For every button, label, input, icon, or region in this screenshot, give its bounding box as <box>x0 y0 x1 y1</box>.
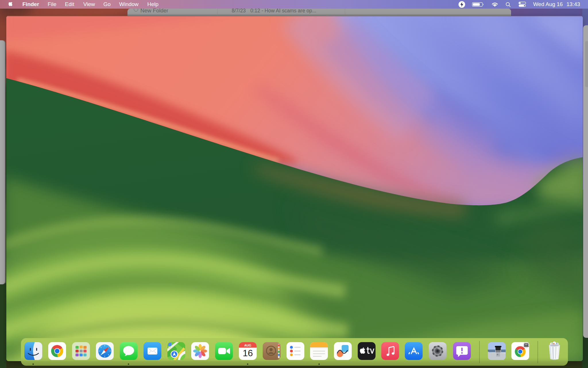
svg-text:16: 16 <box>243 348 253 358</box>
svg-text:AUG: AUG <box>244 344 251 347</box>
